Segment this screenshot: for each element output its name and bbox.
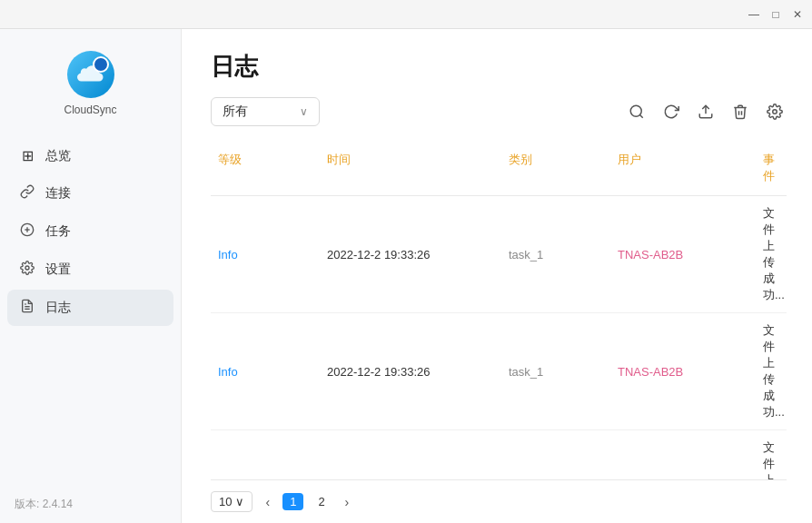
main-content: 日志 所有 ∨ [185, 29, 812, 523]
refresh-button[interactable] [659, 100, 683, 123]
title-bar: — □ ✕ [0, 0, 812, 29]
svg-point-9 [773, 110, 777, 114]
app-container: CloudSync ⊞ 总览 连接 [0, 29, 812, 523]
sidebar-item-overview[interactable]: ⊞ 总览 [7, 138, 173, 173]
logs-icon [18, 299, 36, 317]
col-header-event: 事件 [756, 148, 787, 188]
sidebar-item-logs[interactable]: 日志 [7, 290, 173, 326]
trash-icon [732, 104, 748, 120]
sidebar-item-label: 任务 [45, 223, 71, 240]
settings-button[interactable] [763, 100, 787, 123]
filter-dropdown[interactable]: 所有 ∨ [211, 97, 320, 126]
page-2-button[interactable]: 2 [311, 493, 332, 510]
col-header-user: 用户 [610, 148, 756, 188]
sidebar-nav: ⊞ 总览 连接 [0, 134, 181, 486]
next-page-button[interactable]: › [340, 493, 355, 511]
cloud-icon [77, 65, 104, 84]
sidebar: CloudSync ⊞ 总览 连接 [0, 29, 182, 523]
table-row[interactable]: Info 2022-12-2 19:33:26 task_1 TNAS-AB2B… [211, 430, 787, 479]
cell-event: 文件上传成功... [756, 322, 787, 420]
table-row[interactable]: Info 2022-12-2 19:33:26 task_1 TNAS-AB2B… [211, 196, 787, 313]
cell-event: 文件上传成功... [756, 205, 787, 303]
sidebar-item-connection[interactable]: 连接 [7, 175, 173, 212]
cell-event: 文件上传成功... [756, 439, 787, 479]
svg-line-7 [639, 114, 642, 117]
sidebar-item-label: 连接 [45, 185, 71, 202]
chevron-down-icon: ∨ [300, 105, 308, 118]
app-logo [67, 51, 114, 98]
sidebar-item-label: 设置 [45, 262, 71, 278]
settings-icon [767, 104, 783, 120]
cell-category: task_1 [501, 248, 610, 262]
cell-user: TNAS-AB2B [610, 248, 756, 262]
pagination: 10 ∨ ‹ 1 2 › [211, 479, 787, 523]
svg-point-3 [25, 266, 29, 270]
page-size-select[interactable]: 10 ∨ [211, 491, 253, 512]
col-header-category: 类别 [501, 148, 610, 188]
cell-user: TNAS-AB2B [610, 365, 756, 379]
cell-level: Info [211, 248, 320, 262]
col-header-time: 时间 [320, 148, 501, 188]
sidebar-logo: CloudSync [0, 36, 181, 134]
cell-time: 2022-12-2 19:33:26 [320, 365, 501, 379]
cell-category: task_1 [501, 365, 610, 379]
page-title: 日志 [211, 51, 787, 83]
version-label: 版本: 2.4.14 [0, 486, 181, 523]
sidebar-item-label: 日志 [45, 300, 71, 316]
refresh-icon [663, 104, 679, 120]
prev-page-button[interactable]: ‹ [260, 493, 275, 511]
sidebar-item-settings[interactable]: 设置 [7, 252, 173, 288]
svg-point-6 [630, 105, 641, 116]
maximize-button[interactable]: □ [768, 7, 783, 22]
search-button[interactable] [625, 100, 649, 123]
page-1-button[interactable]: 1 [282, 493, 303, 510]
table-header: 等级 时间 类别 用户 事件 [211, 141, 787, 196]
filter-selected-value: 所有 [223, 104, 248, 120]
sidebar-item-label: 总览 [45, 148, 71, 164]
table-body: Info 2022-12-2 19:33:26 task_1 TNAS-AB2B… [211, 196, 787, 479]
export-button[interactable] [694, 100, 718, 123]
sidebar-item-tasks[interactable]: 任务 [7, 213, 173, 250]
search-icon [629, 104, 645, 120]
minimize-button[interactable]: — [747, 7, 761, 22]
delete-button[interactable] [728, 100, 752, 123]
chevron-down-icon: ∨ [235, 495, 244, 508]
toolbar: 所有 ∨ [211, 97, 787, 126]
settings-icon [18, 261, 36, 279]
close-button[interactable]: ✕ [790, 7, 805, 22]
tasks-icon [18, 222, 36, 241]
export-icon [698, 104, 714, 120]
sidebar-resize-handle[interactable] [182, 29, 185, 523]
log-table: 等级 时间 类别 用户 事件 Info 2022-12-2 19:33:26 t… [211, 141, 787, 479]
page-size-value: 10 [219, 495, 232, 508]
table-row[interactable]: Info 2022-12-2 19:33:26 task_1 TNAS-AB2B… [211, 313, 787, 430]
cell-time: 2022-12-2 19:33:26 [320, 248, 501, 262]
cell-level: Info [211, 365, 320, 379]
toolbar-actions [625, 100, 787, 123]
col-header-level: 等级 [211, 148, 320, 188]
connection-icon [18, 184, 36, 202]
app-name: CloudSync [64, 104, 116, 116]
overview-icon: ⊞ [18, 147, 36, 164]
